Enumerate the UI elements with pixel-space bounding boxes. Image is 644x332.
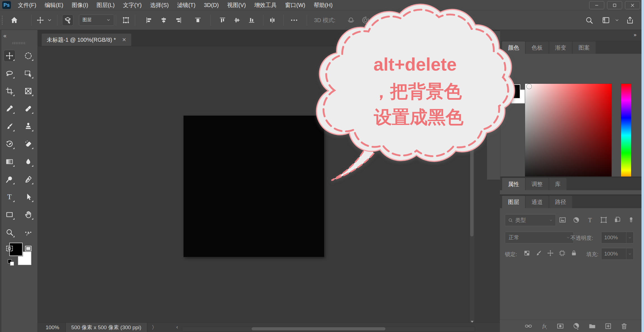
- zoom-level-field[interactable]: 100%: [38, 324, 65, 331]
- layers-tab-layers[interactable]: 图层: [502, 196, 525, 208]
- color-tab-color[interactable]: 颜色: [502, 41, 525, 54]
- panel-foreground-swatch[interactable]: [506, 84, 520, 99]
- menu-item-layer[interactable]: 图层(L): [92, 0, 119, 10]
- lock-artboard-icon[interactable]: [559, 250, 566, 257]
- horizontal-scroll-thumb[interactable]: [252, 327, 385, 330]
- adjust-sliders-panel-icon[interactable]: [490, 89, 497, 97]
- dodge-tool[interactable]: [4, 173, 15, 185]
- home-icon[interactable]: [10, 16, 18, 24]
- eraser-tool[interactable]: [22, 138, 34, 150]
- hue-slider[interactable]: [621, 84, 631, 187]
- history-panel-icon[interactable]: [490, 50, 497, 57]
- frame-tool[interactable]: [22, 85, 34, 97]
- close-button[interactable]: [625, 1, 640, 9]
- fill-field[interactable]: 100%: [601, 248, 634, 260]
- color-tab-swatches[interactable]: 色板: [526, 41, 549, 54]
- fill-chevron-icon[interactable]: [626, 248, 633, 259]
- link-layers-icon[interactable]: [524, 322, 532, 330]
- lock-position-icon[interactable]: [547, 250, 554, 257]
- quick-mask-icon[interactable]: [5, 244, 14, 253]
- rectangle-tool[interactable]: [4, 209, 15, 220]
- more-options-icon[interactable]: [290, 16, 298, 24]
- menu-item-help[interactable]: 帮助(H): [310, 0, 337, 10]
- adjustment-layers-icon[interactable]: [572, 216, 580, 224]
- smart-objects-icon[interactable]: [613, 216, 621, 224]
- menu-item-window[interactable]: 窗口(W): [281, 0, 309, 10]
- hand-tool[interactable]: [22, 209, 34, 220]
- auto-select-target-dropdown[interactable]: 图层: [79, 15, 114, 26]
- align-top-icon[interactable]: [194, 17, 202, 24]
- brush-settings-panel-icon[interactable]: [490, 74, 497, 82]
- type-layers-icon[interactable]: T: [586, 216, 594, 224]
- 3d-pan-icon[interactable]: [376, 16, 384, 24]
- layer-effects-icon[interactable]: fx: [540, 322, 548, 330]
- filter-toggle-icon[interactable]: [627, 216, 635, 224]
- search-icon[interactable]: [585, 16, 593, 24]
- screen-mode-icon[interactable]: [24, 244, 32, 253]
- add-mask-icon[interactable]: [556, 322, 564, 330]
- layer-filter-dropdown[interactable]: 类型: [505, 214, 556, 226]
- new-layer-icon[interactable]: [604, 322, 612, 330]
- opacity-field[interactable]: 100%: [601, 232, 634, 243]
- color-tab-patterns[interactable]: 图案: [573, 41, 596, 54]
- pixel-layers-icon[interactable]: [559, 216, 566, 224]
- history-brush-tool[interactable]: [4, 138, 15, 150]
- clone-stamp-tool[interactable]: [22, 120, 34, 132]
- distribute-bottom-icon[interactable]: [248, 17, 255, 24]
- path-selection-tool[interactable]: [22, 191, 34, 203]
- document-tab[interactable]: 未标题-1 @ 100%(RGB/8) * ✕: [42, 34, 131, 46]
- lasso-tool[interactable]: [4, 68, 15, 79]
- lock-all-icon[interactable]: [570, 250, 577, 257]
- delete-layer-icon[interactable]: [620, 322, 628, 330]
- collapse-dock-icon[interactable]: »: [634, 32, 636, 38]
- pen-tool[interactable]: [22, 173, 34, 185]
- status-chevron[interactable]: 〉: [147, 324, 161, 331]
- eyedropper-tool[interactable]: [4, 103, 15, 115]
- workspace-icon[interactable]: [602, 16, 610, 24]
- tools-grip[interactable]: [13, 42, 25, 44]
- menu-item-image[interactable]: 图像(I): [67, 0, 92, 10]
- color-tab-gradients[interactable]: 渐变: [549, 41, 572, 54]
- menu-item-file[interactable]: 文件(F): [14, 0, 41, 10]
- layers-tab-paths[interactable]: 路径: [549, 196, 572, 208]
- 3d-rotate-icon[interactable]: [362, 16, 369, 24]
- collapse-tools-icon[interactable]: «: [3, 32, 6, 39]
- expand-panels-icon[interactable]: «: [489, 33, 492, 39]
- marquee-tool[interactable]: [22, 50, 34, 62]
- canvas[interactable]: [184, 116, 324, 257]
- distribute-top-icon[interactable]: [219, 17, 226, 24]
- vertical-scrollbar[interactable]: [469, 46, 474, 324]
- swap-colors-icon[interactable]: [26, 231, 32, 238]
- lock-transparent-icon[interactable]: [523, 250, 530, 257]
- vertical-scroll-thumb[interactable]: [470, 119, 474, 236]
- 3d-orbit-icon[interactable]: [347, 16, 355, 24]
- properties-tab-adjustments[interactable]: 调整: [526, 178, 549, 190]
- menu-item-select[interactable]: 选择(S): [146, 0, 173, 10]
- healing-brush-tool[interactable]: [22, 103, 34, 115]
- move-tool-icon[interactable]: [36, 16, 44, 24]
- properties-tab-libraries[interactable]: 库: [549, 178, 566, 190]
- menu-item-edit[interactable]: 编辑(E): [41, 0, 68, 10]
- menu-item-type[interactable]: 文字(Y): [119, 0, 146, 10]
- saturation-brightness-field[interactable]: [525, 84, 612, 187]
- menu-item-filter[interactable]: 滤镜(T): [173, 0, 200, 10]
- align-right-icon[interactable]: [175, 17, 182, 24]
- minimize-button[interactable]: [589, 1, 604, 9]
- shape-layers-icon[interactable]: [600, 216, 608, 224]
- share-icon[interactable]: [626, 16, 634, 24]
- distribute-vertical-center-icon[interactable]: [233, 17, 241, 24]
- menu-item-3d[interactable]: 3D(D): [200, 0, 223, 10]
- maximize-button[interactable]: [607, 1, 622, 9]
- workspace-chevron-icon[interactable]: [615, 18, 619, 22]
- transform-controls-icon[interactable]: [122, 16, 130, 24]
- object-selection-tool[interactable]: [22, 68, 34, 79]
- horizontal-scrollbar[interactable]: [182, 327, 475, 331]
- brush-tool[interactable]: [4, 120, 15, 132]
- blur-tool[interactable]: [22, 156, 34, 168]
- properties-tab-properties[interactable]: 属性: [502, 178, 525, 190]
- color-picker-marker[interactable]: [527, 84, 531, 89]
- close-tab-icon[interactable]: ✕: [122, 37, 126, 43]
- distribute-horizontal-icon[interactable]: [269, 17, 276, 24]
- lock-pixels-icon[interactable]: [535, 250, 542, 257]
- menu-item-view[interactable]: 视图(V): [223, 0, 250, 10]
